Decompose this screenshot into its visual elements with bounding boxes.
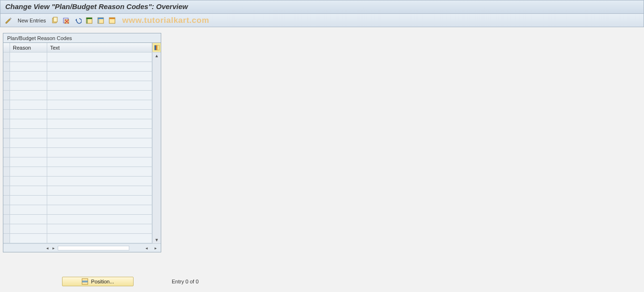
cell-text[interactable] (47, 110, 152, 119)
delete-button[interactable] (62, 16, 71, 25)
table-settings-button[interactable] (152, 43, 161, 52)
cell-text[interactable] (47, 148, 152, 157)
row-selector[interactable] (3, 81, 10, 90)
select-block-button[interactable] (96, 16, 105, 25)
text-input[interactable] (49, 129, 152, 138)
select-all-button[interactable] (85, 16, 93, 25)
scroll-right-end-icon[interactable]: ▸ (154, 246, 158, 250)
cell-text[interactable] (47, 177, 152, 186)
cell-text[interactable] (47, 119, 152, 128)
text-input[interactable] (49, 215, 152, 224)
cell-text[interactable] (47, 196, 152, 205)
row-selector[interactable] (3, 91, 10, 100)
cell-reason[interactable] (10, 81, 47, 90)
undo-button[interactable] (73, 16, 82, 25)
cell-reason[interactable] (10, 129, 47, 138)
cell-reason[interactable] (10, 100, 47, 109)
copy-as-button[interactable] (51, 16, 59, 25)
cell-text[interactable] (47, 205, 152, 214)
position-button[interactable]: Position... (62, 277, 134, 286)
cell-reason[interactable] (10, 196, 47, 205)
scroll-right-icon[interactable]: ◂ (145, 246, 149, 250)
column-header-text[interactable]: Text (47, 43, 152, 52)
text-input[interactable] (49, 110, 152, 119)
cell-text[interactable] (47, 167, 152, 176)
row-selector[interactable] (3, 138, 10, 147)
cell-text[interactable] (47, 72, 152, 81)
row-selector[interactable] (3, 224, 10, 233)
reason-input[interactable] (12, 167, 47, 176)
reason-input[interactable] (12, 100, 47, 109)
row-selector[interactable] (3, 110, 10, 119)
text-input[interactable] (49, 186, 152, 195)
text-input[interactable] (49, 100, 152, 109)
text-input[interactable] (49, 205, 152, 214)
reason-input[interactable] (12, 129, 47, 138)
cell-text[interactable] (47, 62, 152, 71)
cell-text[interactable] (47, 52, 152, 62)
reason-input[interactable] (12, 110, 47, 119)
vertical-scrollbar[interactable]: ▲ ▼ (152, 52, 161, 243)
text-input[interactable] (49, 52, 152, 62)
text-input[interactable] (49, 167, 152, 176)
text-input[interactable] (49, 177, 152, 186)
row-selector[interactable] (3, 119, 10, 128)
deselect-all-button[interactable] (108, 16, 116, 25)
cell-text[interactable] (47, 138, 152, 147)
toggle-change-button[interactable] (4, 16, 13, 25)
row-selector[interactable] (3, 62, 10, 71)
cell-text[interactable] (47, 186, 152, 195)
text-input[interactable] (49, 196, 152, 205)
new-entries-button[interactable]: New Entries (16, 16, 48, 25)
reason-input[interactable] (12, 72, 47, 81)
cell-text[interactable] (47, 81, 152, 90)
cell-reason[interactable] (10, 138, 47, 147)
cell-reason[interactable] (10, 177, 47, 186)
scroll-left-icon[interactable]: ▸ (52, 246, 56, 250)
row-selector[interactable] (3, 177, 10, 186)
text-input[interactable] (49, 148, 152, 157)
scroll-left-start-icon[interactable]: ◂ (45, 246, 50, 250)
row-selector[interactable] (3, 72, 10, 81)
cell-reason[interactable] (10, 72, 47, 81)
row-selector[interactable] (3, 52, 10, 62)
reason-input[interactable] (12, 205, 47, 214)
reason-input[interactable] (12, 148, 47, 157)
text-input[interactable] (49, 81, 152, 90)
text-input[interactable] (49, 138, 152, 147)
cell-reason[interactable] (10, 215, 47, 224)
reason-input[interactable] (12, 224, 47, 233)
hscroll-track[interactable] (58, 246, 129, 250)
cell-reason[interactable] (10, 62, 47, 71)
row-selector[interactable] (3, 157, 10, 167)
reason-input[interactable] (12, 196, 47, 205)
text-input[interactable] (49, 72, 152, 81)
cell-text[interactable] (47, 157, 152, 167)
cell-reason[interactable] (10, 234, 47, 243)
cell-reason[interactable] (10, 148, 47, 157)
reason-input[interactable] (12, 138, 47, 147)
reason-input[interactable] (12, 186, 47, 195)
cell-reason[interactable] (10, 110, 47, 119)
cell-reason[interactable] (10, 119, 47, 128)
cell-text[interactable] (47, 234, 152, 243)
text-input[interactable] (49, 119, 152, 128)
reason-input[interactable] (12, 52, 47, 62)
cell-reason[interactable] (10, 167, 47, 176)
row-selector[interactable] (3, 148, 10, 157)
row-selector[interactable] (3, 196, 10, 205)
text-input[interactable] (49, 62, 152, 71)
row-selector[interactable] (3, 234, 10, 243)
scroll-down-icon[interactable]: ▼ (155, 238, 159, 242)
row-selector[interactable] (3, 129, 10, 138)
text-input[interactable] (49, 224, 152, 233)
text-input[interactable] (49, 234, 152, 243)
reason-input[interactable] (12, 215, 47, 224)
cell-reason[interactable] (10, 224, 47, 233)
cell-text[interactable] (47, 100, 152, 109)
cell-reason[interactable] (10, 91, 47, 100)
scroll-up-icon[interactable]: ▲ (155, 53, 159, 58)
reason-input[interactable] (12, 91, 47, 100)
row-selector[interactable] (3, 100, 10, 109)
reason-input[interactable] (12, 81, 47, 90)
